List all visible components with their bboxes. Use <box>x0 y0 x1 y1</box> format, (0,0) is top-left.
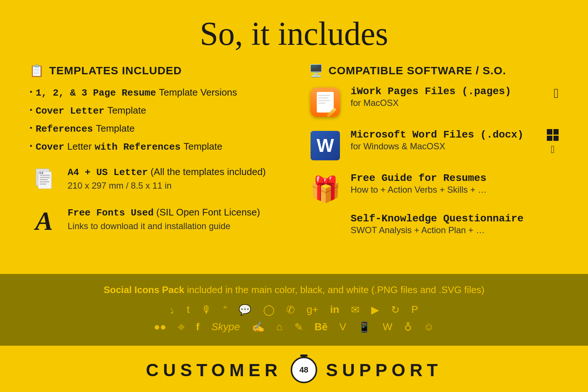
a4-title-normal: (All the templates included) <box>151 166 266 177</box>
template-list: 1, 2, & 3 Page Resume Template Versions … <box>29 86 279 153</box>
pages-icon-box <box>309 86 342 119</box>
a4-title-bold: A4 + US Letter <box>68 167 148 178</box>
banner-normal: included in the main color, black, and w… <box>187 284 484 295</box>
list-item: Cover Letter with References Template <box>29 140 279 153</box>
page-line <box>318 95 330 96</box>
list-item: 1, 2, & 3 Page Resume Template Versions <box>29 86 279 99</box>
page: So, it includes 📋 TEMPLATES INCLUDED 1, … <box>0 0 588 392</box>
pages-subtitle: for MacOSX <box>351 98 545 108</box>
vimeo-icon: ⲹ <box>170 304 175 316</box>
footer-clock-icon: 48 <box>291 357 317 383</box>
free-guide-title: Free Guide for Resumes <box>351 172 559 184</box>
a4-subtitle: 210 x 297 mm / 8.5 x 11 in <box>68 181 266 191</box>
free-guide-text: Free Guide for Resumes How to + Action V… <box>351 172 559 195</box>
win-sq <box>553 129 559 135</box>
self-knowledge-icon-box <box>309 213 342 246</box>
whatsapp-icon: 📱 <box>358 321 371 333</box>
self-knowledge-item: Self-Knowledge Questionnaire SWOT Analys… <box>309 213 559 246</box>
word-title: Microsoft Word Files (.docx) <box>351 129 538 140</box>
item-normal: Template <box>107 105 146 116</box>
footer: CUSTOMER 48 SUPPORT <box>0 346 588 392</box>
fonts-title: Free Fonts Used (SIL Open Font License) <box>68 206 260 220</box>
item-bold: Cover Letter <box>36 106 104 117</box>
item-normal: Template <box>96 123 135 134</box>
right-column: 🖥️ COMPATIBLE SOFTWARE / S.O. <box>309 64 559 267</box>
item-normal: Template <box>183 141 222 152</box>
pinterest-icon: P <box>411 304 418 316</box>
word-text: Microsoft Word Files (.docx) for Windows… <box>351 129 538 152</box>
templates-icon: 📋 <box>29 64 44 78</box>
fonts-title-normal: (SIL Open Font License) <box>156 207 260 218</box>
apple-logo-icon:  <box>554 86 559 101</box>
free-guide-item: 🎁 Free Guide for Resumes How to + Action… <box>309 172 559 206</box>
person-icon: ☺ <box>424 321 434 333</box>
page-line <box>318 97 329 99</box>
footer-customer: CUSTOMER <box>146 360 282 380</box>
software-icon: 🖥️ <box>309 64 323 78</box>
self-knowledge-subtitle: SWOT Analysis + Action Plan + … <box>351 225 559 235</box>
gift-icon-box: 🎁 <box>309 172 342 206</box>
behance-icon: Bē <box>315 321 328 333</box>
word-subtitle: for Windows & MacOSX <box>351 141 538 152</box>
main-title: So, it includes <box>0 15 588 53</box>
item-normal: Letter <box>67 141 92 152</box>
podcast-icon: 🎙 <box>201 304 212 316</box>
pages-app-icon <box>311 88 340 117</box>
apple-symbol-2:  <box>551 144 555 156</box>
doc-icon-box: A4 <box>29 166 59 195</box>
item-bold: with References <box>94 142 180 153</box>
phone-icon: ✆ <box>286 304 295 316</box>
wordpress-icon: W <box>383 321 392 333</box>
gift-icon: 🎁 <box>310 177 341 202</box>
svg-rect-8 <box>40 179 48 180</box>
globe-icon: ♁ <box>404 321 412 333</box>
left-column: 📋 TEMPLATES INCLUDED 1, 2, & 3 Page Resu… <box>29 64 279 267</box>
social-icons-row1: ⲹ t 🎙 “ 💬 ◯ ✆ g+ in ✉ ▶ ↻ P <box>0 304 588 316</box>
software-heading: COMPATIBLE SOFTWARE / S.O. <box>329 64 506 77</box>
free-guide-subtitle: How to + Action Verbs + Skills + … <box>351 185 559 195</box>
item-bold: Cover <box>36 142 64 153</box>
quote-icon: “ <box>223 304 227 316</box>
fonts-text: Free Fonts Used (SIL Open Font License) … <box>68 206 260 231</box>
linkedin-icon: in <box>330 304 339 316</box>
bulb-icon: ✎ <box>294 321 303 333</box>
googleplus-icon: g+ <box>306 304 318 316</box>
word-app-icon: W <box>311 131 340 160</box>
page-line <box>318 103 326 104</box>
font-letter-icon: A <box>35 208 53 234</box>
tumblr-icon: t <box>187 304 190 316</box>
document-icon: A4 <box>29 166 59 195</box>
fonts-subtitle: Links to download it and installation gu… <box>68 221 260 231</box>
rss-icon: ⎆ <box>178 321 184 333</box>
skype-icon: Skype <box>211 321 240 333</box>
win-sq <box>553 136 559 141</box>
list-item: Cover Letter Template <box>29 104 279 117</box>
flickr-icon: ●● <box>154 321 166 333</box>
footer-support: SUPPORT <box>326 360 442 380</box>
bottom-banner: Social Icons Pack included in the main c… <box>0 274 588 346</box>
left-section-heading: 📋 TEMPLATES INCLUDED <box>29 64 279 78</box>
self-knowledge-title: Self-Knowledge Questionnaire <box>351 213 559 224</box>
a4-item: A4 A4 + US Letter (All the templates inc… <box>29 166 279 195</box>
windows-logo-icon <box>547 129 559 141</box>
svg-rect-9 <box>40 181 49 182</box>
chat-icon: 💬 <box>239 304 251 316</box>
right-section-heading: 🖥️ COMPATIBLE SOFTWARE / S.O. <box>309 64 559 78</box>
item-bold: 1, 2, & 3 Page Resume <box>36 88 156 99</box>
pages-lines <box>318 95 330 104</box>
banner-text: Social Icons Pack included in the main c… <box>0 284 588 296</box>
win-sq <box>547 129 552 135</box>
home-icon: ⌂ <box>276 321 283 333</box>
vine-icon: V <box>339 321 346 333</box>
pages-title: iWork Pages Files (.pages) <box>351 86 545 97</box>
twitter-icon: ✍ <box>252 321 265 333</box>
clock-number: 48 <box>300 365 308 375</box>
templates-heading: TEMPLATES INCLUDED <box>49 64 182 77</box>
refresh-icon: ↻ <box>391 304 399 316</box>
item-normal: Template Versions <box>159 87 237 98</box>
pages-text: iWork Pages Files (.pages) for MacOSX <box>351 86 545 108</box>
svg-rect-10 <box>40 183 46 185</box>
svg-text:A4: A4 <box>39 171 43 175</box>
youtube-icon: ▶ <box>371 304 379 316</box>
main-content: 📋 TEMPLATES INCLUDED 1, 2, & 3 Page Resu… <box>0 64 588 267</box>
